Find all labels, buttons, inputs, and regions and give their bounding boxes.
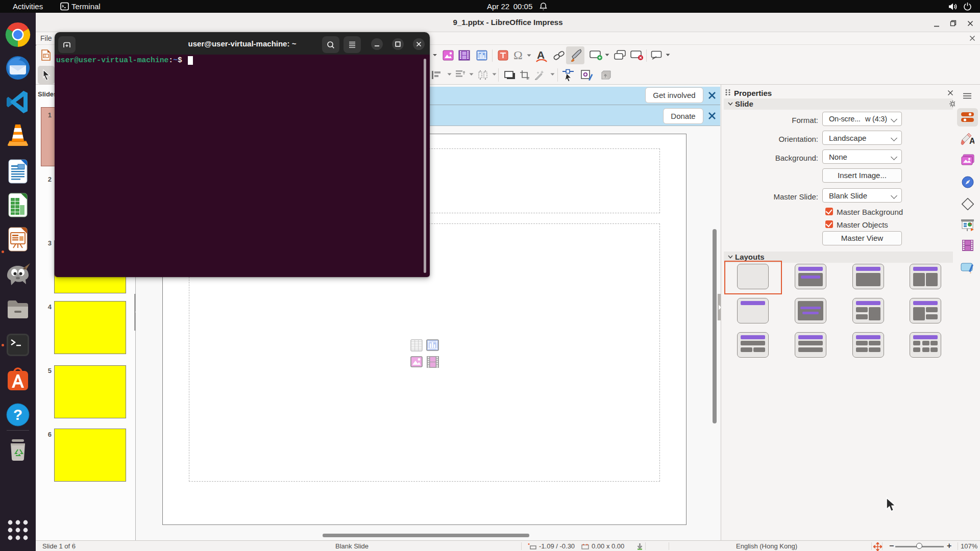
svg-text:A: A <box>969 137 974 145</box>
svg-text:?: ? <box>13 406 22 423</box>
